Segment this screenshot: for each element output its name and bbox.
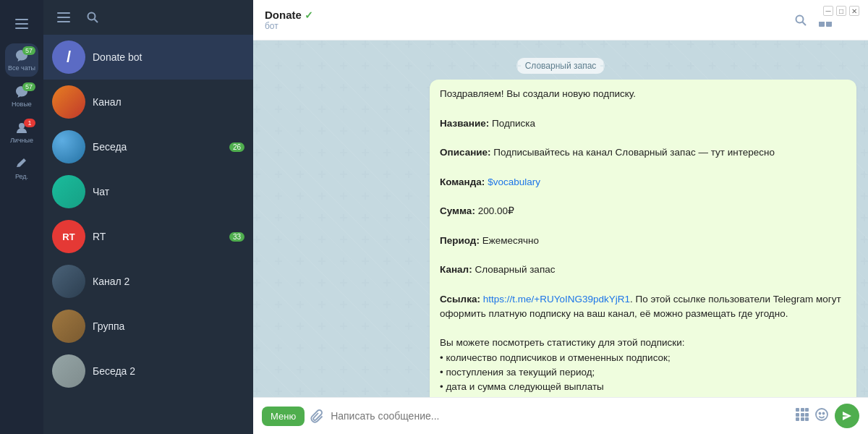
avatar: RT (52, 220, 85, 253)
header-search-button[interactable] (794, 14, 807, 27)
window-controls: ─ □ ✕ (814, 0, 868, 22)
maximize-button[interactable]: □ (836, 6, 846, 16)
minimize-button[interactable]: ─ (823, 6, 833, 16)
svg-rect-5 (57, 17, 70, 18)
avatar (52, 130, 85, 163)
chat-info: Donate bot (93, 51, 244, 63)
personal-label: Личные (10, 137, 33, 144)
svg-rect-24 (805, 413, 809, 417)
svg-rect-4 (57, 12, 70, 14)
avatar (52, 85, 85, 119)
chat-info: Беседа 2 (93, 365, 244, 377)
sidebar-personal[interactable]: 1 Личные (5, 116, 38, 149)
send-button[interactable] (835, 404, 859, 428)
edit-label: Ред. (15, 173, 28, 180)
chat-info: Беседа (93, 141, 222, 153)
chat-item[interactable]: Беседа 2 (43, 349, 253, 393)
message-input[interactable] (331, 410, 790, 422)
system-label: Словарный запас (265, 58, 856, 74)
sidebar: 57 Все чаты 57 Новые 1 Личные Ред. (0, 0, 43, 434)
grid-icon[interactable] (796, 408, 809, 424)
svg-rect-21 (805, 408, 809, 412)
svg-rect-25 (796, 417, 799, 421)
new-badge: 57 (22, 82, 35, 91)
chat-list-search-icon[interactable] (81, 6, 104, 29)
chat-item[interactable]: / Donate bot (43, 35, 253, 80)
chat-info: RT (93, 231, 222, 242)
svg-point-30 (823, 413, 825, 414)
chat-item[interactable]: RT RT 33 (43, 214, 253, 259)
svg-point-29 (820, 413, 821, 414)
chat-info: Группа (93, 320, 244, 332)
verified-icon: ✓ (305, 9, 313, 21)
avatar (52, 175, 85, 208)
chat-messages: Словарный запас Поздравляем! Вы создали … (253, 41, 868, 397)
chat-list-header (43, 0, 253, 35)
chat-item[interactable]: Чат (43, 169, 253, 214)
avatar: / (52, 41, 85, 74)
sidebar-edit[interactable]: Ред. (5, 152, 38, 185)
svg-rect-2 (15, 27, 28, 29)
svg-rect-20 (801, 408, 804, 412)
chat-header: Donate ✓ бот (253, 0, 868, 41)
input-actions (796, 407, 829, 425)
svg-point-28 (816, 409, 827, 420)
new-label: Новые (12, 101, 32, 108)
chat-item[interactable]: Канал 2 (43, 259, 253, 304)
avatar (52, 265, 85, 298)
message-greeting: Поздравляем! Вы создали новую подписку. … (440, 87, 846, 397)
svg-rect-26 (801, 417, 804, 421)
svg-rect-0 (15, 19, 28, 20)
all-chats-label: Все чаты (8, 64, 35, 72)
chat-main: Donate ✓ бот Словарный запас (253, 0, 868, 434)
svg-point-7 (88, 13, 95, 20)
chat-item[interactable]: Канал (43, 80, 253, 124)
svg-line-10 (803, 22, 807, 25)
sidebar-menu-button[interactable] (5, 7, 38, 41)
chat-header-status: бот (265, 21, 794, 31)
svg-line-8 (95, 20, 98, 23)
attach-button[interactable] (310, 409, 325, 423)
chat-info: Канал (93, 96, 244, 108)
svg-rect-19 (796, 408, 799, 412)
invite-link[interactable]: https://t.me/+RUYoING39pdkYjR1 (483, 294, 630, 305)
avatar (52, 310, 85, 343)
emoji-icon[interactable] (814, 407, 829, 425)
svg-rect-22 (796, 413, 799, 417)
close-button[interactable]: ✕ (849, 6, 859, 16)
all-chats-badge: 57 (22, 46, 35, 55)
chat-item[interactable]: Группа (43, 304, 253, 349)
chat-messages-wrapper: Словарный запас Поздравляем! Вы создали … (253, 41, 868, 397)
avatar (52, 354, 85, 388)
svg-rect-23 (801, 413, 804, 417)
svg-point-9 (796, 15, 804, 22)
chat-header-name: Donate ✓ (265, 9, 794, 21)
system-label-text: Словарный запас (516, 58, 605, 74)
svg-rect-27 (805, 417, 809, 421)
sidebar-all-chats[interactable]: 57 Все чаты (5, 43, 38, 77)
chat-header-info: Donate ✓ бот (265, 9, 794, 31)
chat-info: Чат (93, 186, 244, 197)
personal-badge: 1 (24, 119, 35, 127)
chat-input-bar: Меню (253, 397, 868, 434)
chat-item[interactable]: Беседа 26 (43, 124, 253, 169)
chat-info: Канал 2 (93, 276, 244, 287)
command-link[interactable]: $vocabulary (488, 176, 540, 187)
chat-list: / Donate bot Канал Беседа 2 (43, 0, 253, 434)
sidebar-new[interactable]: 57 Новые (5, 80, 38, 113)
chat-items-container: / Donate bot Канал Беседа 2 (43, 35, 253, 434)
message-bubble: Поздравляем! Вы создали новую подписку. … (430, 80, 856, 397)
chat-list-menu-icon[interactable] (52, 6, 75, 29)
svg-rect-6 (57, 21, 70, 22)
svg-rect-1 (15, 23, 28, 25)
menu-button[interactable]: Меню (262, 407, 305, 426)
